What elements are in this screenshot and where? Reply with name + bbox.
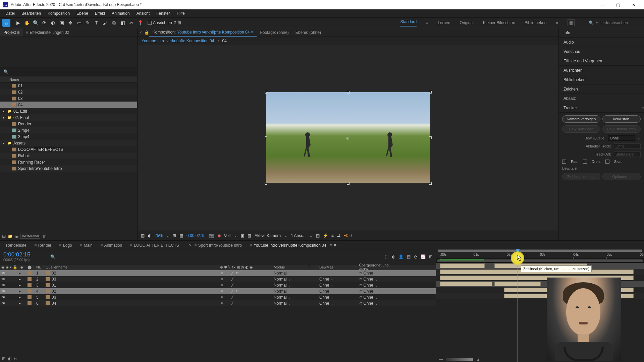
puppet-tool-icon[interactable]: 📍 xyxy=(136,19,144,27)
toggle-modes-icon[interactable]: ◐ xyxy=(8,356,11,361)
project-item[interactable]: Render xyxy=(0,121,137,127)
workspace-klein[interactable]: Kleiner Bildschirm xyxy=(483,20,515,25)
timeline-tab[interactable]: ×Sport Intro/Youtube Intro xyxy=(183,242,246,249)
timeline-tab[interactable]: Render xyxy=(31,242,55,249)
panel-absatz[interactable]: Absatz xyxy=(559,94,644,103)
minimize-button[interactable]: — xyxy=(595,0,610,9)
workspace-original[interactable]: Original xyxy=(460,20,474,25)
workspace-bibliotheken[interactable]: Bibliotheken xyxy=(525,20,546,25)
resolution-dropdown[interactable]: Voll xyxy=(224,233,230,238)
panel-bibliotheken[interactable]: Bibliotheken xyxy=(559,75,644,84)
menu-ebene[interactable]: Ebene xyxy=(73,11,92,16)
frame-blend-icon[interactable]: ▤ xyxy=(407,254,411,259)
roto-tool-icon[interactable]: ✂ xyxy=(127,19,136,27)
snapshot-icon[interactable]: 📷 xyxy=(209,233,214,238)
comp-breadcrumb[interactable]: Youtube Intro verknüpfte Komposition 04 … xyxy=(138,37,558,45)
project-tab[interactable]: Projekt ≡ xyxy=(0,28,23,37)
fast-icon[interactable]: ⚡ xyxy=(323,233,328,238)
project-item[interactable]: ▾📁02. Final xyxy=(0,114,137,121)
project-item[interactable]: 04 xyxy=(0,102,137,108)
effect-controls-tab[interactable]: Effekteinstellungen 02 xyxy=(23,28,72,37)
timeline-tab[interactable]: Main xyxy=(76,242,97,249)
panel-ausrichten[interactable]: Ausrichten xyxy=(559,66,644,75)
views-dropdown[interactable]: 1 Ansi… xyxy=(291,233,306,238)
maximize-button[interactable]: ▢ xyxy=(610,0,626,9)
menu-bearbeiten[interactable]: Bearbeiten xyxy=(18,11,44,16)
track-camera-button[interactable]: Kamera verfolgen xyxy=(562,115,600,123)
grid-icon[interactable]: ▦ xyxy=(179,233,183,238)
delete-icon[interactable]: 🗑 xyxy=(42,234,46,239)
work-area-bar[interactable] xyxy=(438,249,642,252)
scale-checkbox[interactable] xyxy=(605,160,609,164)
draft-icon[interactable]: ◐ xyxy=(392,254,395,259)
snap-grid-icon[interactable]: ⊞ xyxy=(178,20,181,25)
panel-effects[interactable]: Effekte und Vorgaben xyxy=(559,56,644,66)
panel-tracker[interactable]: Tracker≡ xyxy=(559,103,644,113)
composition-viewer[interactable]: ⊕ xyxy=(138,45,558,231)
layer-row[interactable]: 👁▸301⊕╱Normal ⌄Ohne ⌄⟲ Ohne ⌄ xyxy=(0,282,436,288)
zoom-tool-icon[interactable]: 🔍 xyxy=(32,19,40,27)
close-button[interactable]: ✕ xyxy=(626,0,641,9)
project-item[interactable]: 3.mp4 xyxy=(0,133,137,140)
workspace-view-icon[interactable]: ▦ xyxy=(568,19,575,26)
zoom-dropdown[interactable]: 25% xyxy=(155,233,163,238)
project-item[interactable]: LOGO AFTER EFFECTS xyxy=(0,146,137,153)
flowchart-icon[interactable]: ⇄ xyxy=(337,233,340,238)
clip-bar[interactable] xyxy=(440,282,492,286)
pen-tool-icon[interactable]: ✎ xyxy=(84,19,92,27)
transparency-icon[interactable]: ▦ xyxy=(248,233,251,238)
bit-depth-button[interactable]: 8-Bit-Kanal xyxy=(20,234,40,239)
project-item[interactable]: ▾📁01. Edit xyxy=(0,108,137,114)
exposure-value[interactable]: +0,0 xyxy=(344,233,352,238)
workspace-more-icon[interactable]: » xyxy=(556,20,558,25)
toggle-parent-icon[interactable]: ⎘ xyxy=(14,356,16,361)
project-item[interactable]: ▸📁Assets xyxy=(0,140,137,146)
mask-icon[interactable]: ▥ xyxy=(141,233,145,238)
home-icon[interactable]: ⌂ xyxy=(2,19,10,27)
project-item[interactable]: Sport Intro/Youtube Intro xyxy=(0,165,137,172)
timeline-tab[interactable]: Logo xyxy=(55,242,76,249)
panel-audio[interactable]: Audio xyxy=(559,38,644,47)
zoom-slider[interactable] xyxy=(446,358,473,361)
layer-row[interactable]: 👁▸102⊕╱ƒxNormal ⌄⟲ Ohne ⌄ xyxy=(0,270,436,276)
zoom-in-icon[interactable]: ▲ xyxy=(476,357,480,362)
comp-flowchart-icon[interactable]: ⬚ xyxy=(385,254,388,259)
timeline-tab[interactable]: Renderliste xyxy=(2,242,31,249)
stabilize-motion-button[interactable]: Bew. stabilisieren xyxy=(602,125,641,133)
eraser-tool-icon[interactable]: ◧ xyxy=(119,19,127,27)
timeline-timecode[interactable]: 0:00:02:15 xyxy=(3,251,44,258)
panel-lock-icon[interactable]: × 🔒 xyxy=(140,30,149,35)
project-item[interactable]: 02 xyxy=(0,89,137,95)
camera-dropdown[interactable]: Aktive Kamera xyxy=(255,233,281,238)
menu-fenster[interactable]: Fenster xyxy=(153,11,173,16)
current-time-indicator[interactable] xyxy=(518,249,518,362)
orbit-tool-icon[interactable]: ⟳ xyxy=(40,19,48,27)
time-ruler[interactable]: :00s01s02s03s04s05s06s xyxy=(436,249,644,259)
viewer-timecode[interactable]: 0:00:02:15 xyxy=(186,233,206,238)
project-search[interactable]: 🔍 xyxy=(0,67,137,76)
anchor-tool-icon[interactable]: ✥ xyxy=(66,19,74,27)
pos-checkbox[interactable]: ✓ xyxy=(562,160,566,164)
track-motion-button[interactable]: Bew. verfolgen xyxy=(562,125,600,133)
interpret-icon[interactable]: ▤ xyxy=(2,234,6,239)
help-search-input[interactable] xyxy=(596,20,639,25)
timeline-tab[interactable]: LOGO AFTER EFFECTS xyxy=(126,242,183,249)
zoom-out-icon[interactable]: — xyxy=(439,357,443,362)
graph-icon[interactable]: 📈 xyxy=(421,254,426,259)
workspace-menu-icon[interactable]: ≡ xyxy=(426,20,428,25)
new-folder-icon[interactable]: 📁 xyxy=(8,234,13,239)
menu-effekt[interactable]: Effekt xyxy=(92,11,108,16)
brush-tool-icon[interactable]: 🖌 xyxy=(101,19,109,27)
snap-options-icon[interactable]: ⚲ xyxy=(173,20,176,25)
clip-bar[interactable] xyxy=(440,263,485,268)
menu-ansicht[interactable]: Ansicht xyxy=(133,11,153,16)
project-tree[interactable]: 01020304▾📁01. Edit▾📁02. FinalRender2.mp4… xyxy=(0,82,137,232)
footage-tab[interactable]: Footage: (ohne) xyxy=(257,29,292,36)
pixel-icon[interactable]: ▤ xyxy=(316,233,320,238)
camera-tool-icon[interactable]: ▣ xyxy=(58,19,66,27)
motion-blur-icon[interactable]: ◔ xyxy=(414,254,417,259)
panel-info[interactable]: Info xyxy=(559,28,644,38)
shape-tool-icon[interactable]: ▭ xyxy=(75,19,83,27)
project-item[interactable]: Rabbit xyxy=(0,153,137,159)
toggle-switches-icon[interactable]: ⊞ xyxy=(2,356,5,361)
